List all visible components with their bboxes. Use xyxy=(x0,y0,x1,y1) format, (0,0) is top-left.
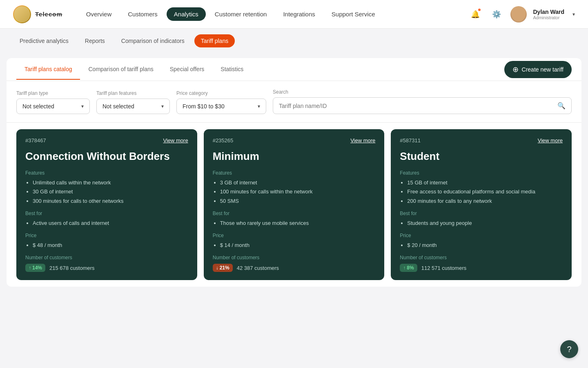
card-best-for-list-1: Those who rarely use mobile services xyxy=(213,220,376,227)
list-item: Unlimited calls within the network xyxy=(33,179,188,186)
list-item: $ 14 / month xyxy=(220,242,376,249)
nav-customers[interactable]: Customers xyxy=(120,7,165,21)
search-input-wrap: 🔍 xyxy=(273,97,572,114)
tariff-card-2: #587311 View more Student Features 15 GB… xyxy=(391,129,572,280)
create-tariff-label: Create new tariff xyxy=(522,66,564,73)
sub-nav-reports[interactable]: Reports xyxy=(78,34,111,47)
search-icon: 🔍 xyxy=(557,102,566,110)
create-tariff-button[interactable]: ⊕ Create new tariff xyxy=(504,61,572,78)
inner-tabs-bar: Tariff plans catalog Comparison of tarif… xyxy=(7,58,581,81)
main-nav: Overview Customers Analytics Customer re… xyxy=(79,7,468,21)
features-filter-label: Tariff plan features xyxy=(96,90,170,96)
avatar xyxy=(510,6,527,22)
card-price-label-2: Price xyxy=(400,233,563,238)
badge-row-2: ↑ 8% 112 571 customers xyxy=(400,264,563,272)
settings-button[interactable]: ⚙️ xyxy=(489,7,504,22)
badge-2: ↑ 8% xyxy=(400,264,417,272)
gear-icon: ⚙️ xyxy=(492,10,501,19)
tab-tariff-catalog[interactable]: Tariff plans catalog xyxy=(16,59,80,80)
tab-comparison[interactable]: Comparison of tariff plans xyxy=(80,59,161,80)
sub-nav-tariff-plans[interactable]: Tariff plans xyxy=(194,34,235,47)
nav-support[interactable]: Support Service xyxy=(324,7,383,21)
badge-row-1: ↓ 21% 42 387 customers xyxy=(213,264,376,272)
list-item: $ 20 / month xyxy=(407,242,563,249)
view-more-0[interactable]: View more xyxy=(163,137,188,144)
nav-overview[interactable]: Overview xyxy=(79,7,119,21)
customers-count-2: 112 571 customers xyxy=(421,265,467,271)
card-price-label-1: Price xyxy=(213,233,376,238)
search-label: Search xyxy=(273,89,572,95)
card-header-0: #378467 View more xyxy=(25,137,188,144)
user-dropdown-arrow[interactable]: ▾ xyxy=(572,11,575,17)
view-more-1[interactable]: View more xyxy=(350,137,375,144)
list-item: 100 minutes for calls within the network xyxy=(220,188,376,195)
notification-dot xyxy=(477,8,481,12)
nav-retention[interactable]: Customer retention xyxy=(207,7,274,21)
sub-nav: Predictive analytics Reports Comparison … xyxy=(0,29,588,53)
card-price-list-1: $ 14 / month xyxy=(213,242,376,249)
card-id-0: #378467 xyxy=(25,137,46,144)
tariff-card-0: #378467 View more Connection Without Bor… xyxy=(16,129,197,280)
list-item: Students and young people xyxy=(407,220,563,227)
notification-button[interactable]: 🔔 xyxy=(468,7,483,22)
tariff-card-1: #235265 View more Minimum Features 3 GB … xyxy=(204,129,385,280)
search-input[interactable] xyxy=(279,103,557,109)
search-group: Search 🔍 xyxy=(273,89,572,114)
card-id-1: #235265 xyxy=(213,137,234,144)
tab-statistics[interactable]: Statistics xyxy=(212,59,252,80)
card-features-list-2: 15 GB of internet Free access to educati… xyxy=(400,179,563,205)
card-features-label-0: Features xyxy=(25,170,188,176)
logo[interactable]: Telecom xyxy=(13,5,62,23)
tariff-cards-grid: #378467 View more Connection Without Bor… xyxy=(7,123,581,287)
list-item: 50 SMS xyxy=(220,197,376,205)
sub-nav-comparison[interactable]: Comparison of indicators xyxy=(115,34,191,47)
user-info: Dylan Ward Administrator xyxy=(533,9,565,20)
price-filter-label: Price category xyxy=(176,90,266,96)
sub-nav-predictive[interactable]: Predictive analytics xyxy=(13,34,75,47)
card-header-2: #587311 View more xyxy=(400,137,563,144)
nav-analytics[interactable]: Analytics xyxy=(167,7,206,21)
type-filter-select[interactable]: Not selected ▾ xyxy=(16,99,90,114)
help-button[interactable]: ? xyxy=(560,340,578,358)
card-best-for-list-0: Active users of calls and internet xyxy=(25,220,188,227)
logo-icon xyxy=(13,5,31,23)
features-filter-group: Tariff plan features Not selected ▾ xyxy=(96,90,170,114)
list-item: $ 48 / month xyxy=(33,242,188,249)
card-best-for-label-0: Best for xyxy=(25,211,188,216)
user-name: Dylan Ward xyxy=(533,9,565,15)
type-filter-arrow: ▾ xyxy=(81,103,84,109)
user-role: Administrator xyxy=(533,15,565,20)
card-features-list-1: 3 GB of internet 100 minutes for calls w… xyxy=(213,179,376,205)
card-price-list-0: $ 48 / month xyxy=(25,242,188,249)
badge-0: ↑ 14% xyxy=(25,264,45,272)
list-item: 15 GB of internet xyxy=(407,179,563,186)
card-best-for-label-2: Best for xyxy=(400,211,563,216)
card-header-1: #235265 View more xyxy=(213,137,376,144)
card-best-for-label-1: Best for xyxy=(213,211,376,216)
features-filter-value: Not selected xyxy=(102,103,134,110)
price-filter-group: Price category From $10 to $30 ▾ xyxy=(176,90,266,114)
badge-row-0: ↑ 14% 215 678 customers xyxy=(25,264,188,272)
card-title-2: Student xyxy=(400,150,563,163)
card-customers-label-2: Number of customers xyxy=(400,255,563,260)
features-filter-arrow: ▾ xyxy=(161,103,164,109)
card-features-label-1: Features xyxy=(213,170,376,176)
card-title-0: Connection Without Borders xyxy=(25,150,188,163)
logo-text: Telecom xyxy=(35,11,62,18)
view-more-2[interactable]: View more xyxy=(538,137,563,144)
list-item: 200 minutes for calls to any network xyxy=(407,197,563,205)
features-filter-select[interactable]: Not selected ▾ xyxy=(96,99,170,114)
list-item: 30 GB of internet xyxy=(33,188,188,195)
card-features-list-0: Unlimited calls within the network 30 GB… xyxy=(25,179,188,205)
type-filter-value: Not selected xyxy=(22,103,54,110)
list-item: 300 minutes for calls to other networks xyxy=(33,197,188,205)
nav-integrations[interactable]: Integrations xyxy=(276,7,322,21)
price-filter-arrow: ▾ xyxy=(258,103,260,109)
list-item: Active users of calls and internet xyxy=(33,220,188,227)
tab-special-offers[interactable]: Special offers xyxy=(162,59,213,80)
card-customers-label-1: Number of customers xyxy=(213,255,376,260)
inner-tabs-left: Tariff plans catalog Comparison of tarif… xyxy=(16,59,504,80)
badge-1: ↓ 21% xyxy=(213,264,233,272)
price-filter-select[interactable]: From $10 to $30 ▾ xyxy=(176,99,266,114)
header-right: 🔔 ⚙️ Dylan Ward Administrator ▾ xyxy=(468,6,575,22)
